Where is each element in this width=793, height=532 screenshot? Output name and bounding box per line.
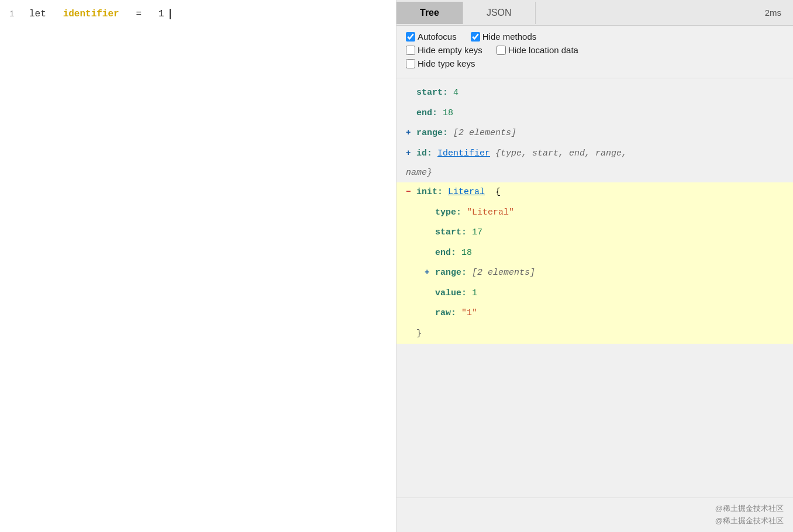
close-brace: } xyxy=(416,327,422,341)
tabs-header: Tree JSON 2ms xyxy=(396,0,793,26)
hide-empty-keys-label: Hide empty keys xyxy=(418,45,482,55)
autofocus-label: Autofocus xyxy=(418,32,457,42)
equals-sign: = xyxy=(136,9,142,19)
val-end: 18 xyxy=(443,107,453,120)
keyword-let: let xyxy=(29,9,46,19)
footer-line1: @稀土掘金技术社区 xyxy=(406,503,784,515)
hide-empty-keys-option[interactable]: Hide empty keys xyxy=(406,45,482,55)
key-end-inner: end: xyxy=(435,247,456,260)
key-start: start: xyxy=(416,87,448,100)
expand-init-icon[interactable]: − xyxy=(406,186,414,198)
tree-content: start: 4 end: 18 + range: [2 elements] +… xyxy=(396,78,793,498)
expand-placeholder-value xyxy=(425,287,433,299)
hide-methods-label: Hide methods xyxy=(482,32,537,42)
key-range-inner: range: xyxy=(435,267,467,280)
options-area: Autofocus Hide methods Hide empty keys H… xyxy=(396,26,793,78)
hide-empty-keys-checkbox[interactable] xyxy=(406,46,415,55)
expand-range-icon[interactable]: + xyxy=(406,127,414,139)
key-start-inner: start: xyxy=(435,226,467,240)
key-raw: raw: xyxy=(435,307,456,320)
key-id: id: xyxy=(416,147,432,161)
val-start-inner: 17 xyxy=(472,226,482,240)
tree-row-close: } xyxy=(396,324,793,344)
hide-location-data-label: Hide location data xyxy=(508,45,578,55)
tree-row-type: type: "Literal" xyxy=(396,203,793,223)
tree-row-init: − init: Literal { xyxy=(396,182,793,203)
timing-label: 2ms xyxy=(765,8,793,18)
tree-row-start-inner: start: 17 xyxy=(396,223,793,243)
text-cursor xyxy=(170,9,171,19)
tab-tree[interactable]: Tree xyxy=(396,2,463,24)
val-range: [2 elements] xyxy=(453,127,516,140)
tree-row-id: + id: Identifier {type, start, end, rang… xyxy=(396,144,793,164)
autofocus-checkbox[interactable] xyxy=(406,32,415,42)
hide-type-keys-checkbox[interactable] xyxy=(406,59,415,68)
footer-line2: @稀土掘金技术社区 xyxy=(406,515,784,527)
code-content: let identifier = 1 xyxy=(29,7,171,22)
expand-placeholder-end xyxy=(406,107,414,119)
expand-placeholder-close xyxy=(406,327,414,340)
tree-row-id-wrap: name} xyxy=(396,164,793,182)
tree-row-range-inner: + range: [2 elements] xyxy=(396,263,793,284)
tree-row-start: start: 4 xyxy=(396,83,793,103)
key-end: end: xyxy=(416,107,437,120)
hide-methods-checkbox[interactable] xyxy=(471,32,480,42)
value-number: 1 xyxy=(158,9,164,19)
hide-type-keys-label: Hide type keys xyxy=(418,58,475,68)
val-range-inner: [2 elements] xyxy=(472,267,535,280)
tree-row-value: value: 1 xyxy=(396,284,793,304)
hide-location-data-option[interactable]: Hide location data xyxy=(497,45,578,55)
key-init: init: xyxy=(416,186,443,199)
hide-location-data-checkbox[interactable] xyxy=(497,46,506,55)
tree-row-end-inner: end: 18 xyxy=(396,243,793,264)
tree-row-range: + range: [2 elements] xyxy=(396,123,793,144)
val-value: 1 xyxy=(472,287,477,300)
tree-panel: Tree JSON 2ms Autofocus Hide methods Hid… xyxy=(396,0,793,532)
val-end-inner: 18 xyxy=(461,247,472,260)
key-range: range: xyxy=(416,127,448,140)
val-id-link[interactable]: Identifier xyxy=(437,147,490,161)
expand-placeholder-raw xyxy=(425,307,433,319)
key-type: type: xyxy=(435,206,461,220)
code-line-1: 1 let identifier = 1 xyxy=(0,6,396,23)
editor-panel: 1 let identifier = 1 xyxy=(0,0,396,532)
val-type: "Literal" xyxy=(467,206,514,220)
val-id-meta: {type, start, end, range, xyxy=(495,147,627,161)
expand-placeholder xyxy=(406,87,414,99)
tree-row-end: end: 18 xyxy=(396,103,793,124)
val-id-meta2: name} xyxy=(406,168,432,178)
expand-placeholder-type xyxy=(425,206,433,219)
autofocus-option[interactable]: Autofocus xyxy=(406,32,457,42)
hide-type-keys-option[interactable]: Hide type keys xyxy=(406,58,475,68)
val-start: 4 xyxy=(453,87,458,100)
val-raw: "1" xyxy=(461,307,477,320)
line-number: 1 xyxy=(9,8,23,20)
expand-placeholder-e18 xyxy=(425,247,433,259)
tab-json[interactable]: JSON xyxy=(463,2,536,24)
footer: @稀土掘金技术社区 @稀土掘金技术社区 xyxy=(396,498,793,532)
expand-range-inner-icon[interactable]: + xyxy=(425,267,433,279)
val-init-link[interactable]: Literal xyxy=(448,186,485,199)
tree-row-raw: raw: "1" xyxy=(396,303,793,324)
hide-methods-option[interactable]: Hide methods xyxy=(471,32,537,42)
keyword-identifier: identifier xyxy=(63,9,119,19)
expand-id-icon[interactable]: + xyxy=(406,147,414,160)
expand-placeholder-s17 xyxy=(425,226,433,239)
key-value: value: xyxy=(435,287,467,300)
